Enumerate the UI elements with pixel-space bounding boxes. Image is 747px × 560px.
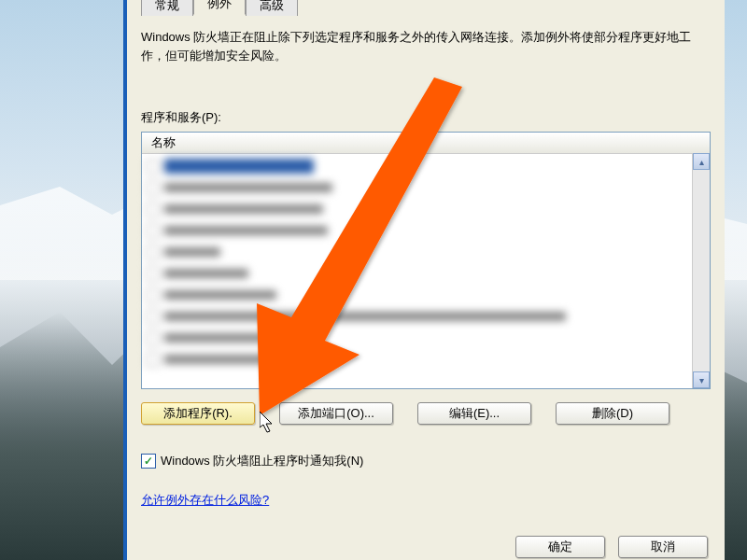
description-text: Windows 防火墙正在阻止除下列选定程序和服务之外的传入网络连接。添加例外将… [141,28,711,64]
button-row: 添加程序(R). 添加端口(O)... 编辑(E)... 删除(D) [141,402,711,425]
add-port-button[interactable]: 添加端口(O)... [279,402,393,425]
tab-advanced[interactable]: 高级 [246,0,298,16]
list-items [142,153,693,388]
list-scrollbar[interactable] [692,153,710,388]
add-program-button[interactable]: 添加程序(R). [141,402,255,425]
notify-checkbox[interactable]: ✓ [141,454,156,469]
list-item[interactable] [146,286,689,304]
firewall-dialog: 常规 例外 高级 Windows 防火墙正在阻止除下列选定程序和服务之外的传入网… [123,0,725,560]
list-column-header[interactable]: 名称 [142,133,710,154]
notify-checkbox-row: ✓ Windows 防火墙阻止程序时通知我(N) [141,453,711,469]
notify-label: Windows 防火墙阻止程序时通知我(N) [161,453,363,469]
dialog-buttons: 确定 取消 [515,536,708,558]
tab-general[interactable]: 常规 [141,0,193,16]
list-item[interactable] [146,264,689,283]
list-item[interactable] [146,200,689,218]
tab-exceptions[interactable]: 例外 [193,0,246,15]
list-item[interactable] [146,243,689,261]
tab-bar: 常规 例外 高级 [141,0,298,15]
list-item[interactable] [146,221,689,240]
cancel-button[interactable]: 取消 [618,536,708,558]
delete-button[interactable]: 删除(D) [556,402,669,425]
list-item[interactable] [146,350,689,369]
list-item[interactable] [146,329,689,347]
edit-button[interactable]: 编辑(E)... [417,402,531,425]
list-item[interactable] [146,178,689,197]
risk-link[interactable]: 允许例外存在什么风险? [141,492,269,509]
scroll-down-button[interactable] [693,371,710,388]
scroll-up-button[interactable] [693,153,710,170]
programs-listbox[interactable]: 名称 [141,132,711,389]
ok-button[interactable]: 确定 [515,536,605,558]
list-item[interactable] [146,157,689,175]
dialog-content: Windows 防火墙正在阻止除下列选定程序和服务之外的传入网络连接。添加例外将… [141,15,711,551]
list-label: 程序和服务(P): [141,109,711,126]
list-item[interactable] [146,307,689,326]
checkmark-icon: ✓ [144,455,153,468]
